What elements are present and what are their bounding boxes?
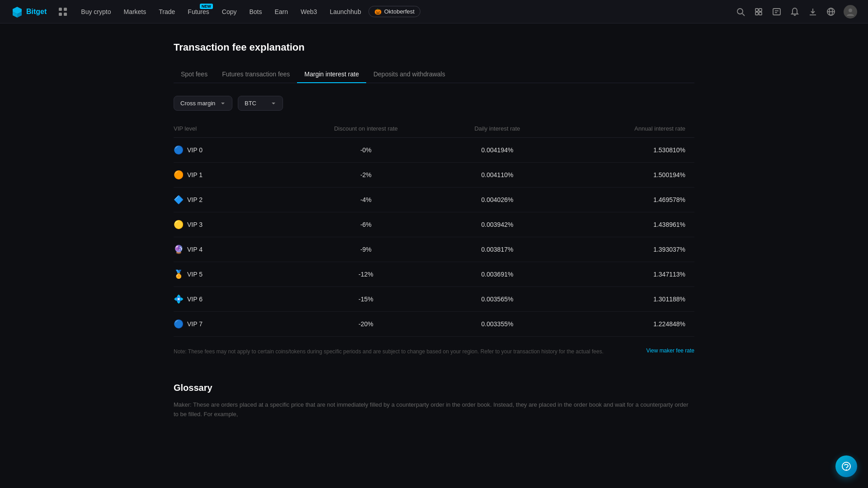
note-text: Note: These fees may not apply to certai… (174, 347, 637, 356)
svg-point-4 (737, 9, 743, 14)
table-row: 🟠 VIP 1 -2% 0.004110% 1.500194% (174, 163, 694, 188)
coin-dropdown[interactable]: BTC (238, 96, 283, 111)
table-row: 🔮 VIP 4 -9% 0.003817% 1.393037% (174, 237, 694, 262)
svg-rect-9 (759, 12, 762, 15)
vip-2-daily: 0.004026% (432, 196, 563, 203)
vip-4-cell: 🔮 VIP 4 (174, 244, 300, 254)
profile-icon[interactable] (753, 6, 764, 17)
vip-7-annual: 1.224848% (563, 320, 694, 328)
vip-5-icon: 🏅 (174, 269, 184, 279)
interest-rate-table: VIP level Discount on interest rate Dail… (174, 122, 694, 337)
note-area: Note: These fees may not apply to certai… (174, 347, 694, 356)
table-row: 🔷 VIP 2 -4% 0.004026% 1.469578% (174, 188, 694, 212)
nav-markets[interactable]: Markets (118, 5, 151, 18)
vip-6-cell: 💠 VIP 6 (174, 294, 300, 304)
col-daily: Daily interest rate (432, 125, 563, 132)
col-vip: VIP level (174, 125, 300, 132)
svg-rect-1 (64, 8, 67, 11)
vip-6-icon: 💠 (174, 294, 184, 304)
orders-icon[interactable] (771, 6, 782, 17)
vip-7-cell: 🔵 VIP 7 (174, 319, 300, 329)
vip-1-discount: -2% (300, 171, 432, 178)
svg-line-5 (742, 14, 745, 16)
view-maker-fee-link[interactable]: View maker fee rate (646, 347, 695, 354)
table-row: 🔵 VIP 0 -0% 0.004194% 1.530810% (174, 138, 694, 163)
vip-1-annual: 1.500194% (563, 171, 694, 178)
vip-0-icon: 🔵 (174, 145, 184, 155)
grid-icon[interactable] (57, 6, 68, 17)
col-annual: Annual interest rate (563, 125, 694, 132)
tab-margin-interest[interactable]: Margin interest rate (297, 66, 366, 83)
glossary-text: Maker: These are orders placed at a spec… (174, 400, 694, 419)
oktoberfest-emoji: 🎃 (374, 8, 382, 15)
svg-point-20 (846, 469, 847, 470)
svg-rect-6 (755, 9, 758, 11)
nav-launchhub[interactable]: Launchhub (324, 5, 366, 18)
col-discount: Discount on interest rate (300, 125, 432, 132)
vip-5-discount: -12% (300, 271, 432, 278)
vip-2-discount: -4% (300, 196, 432, 203)
avatar[interactable] (844, 5, 857, 19)
glossary-section: Glossary Maker: These are orders placed … (174, 383, 694, 419)
tab-spot-fees[interactable]: Spot fees (174, 66, 215, 83)
oktoberfest-btn[interactable]: 🎃 Oktoberfest (368, 6, 420, 17)
nav-futures[interactable]: Futures NEW (182, 5, 214, 18)
tab-deposits[interactable]: Deposits and withdrawals (366, 66, 453, 83)
nav-web3[interactable]: Web3 (295, 5, 322, 18)
vip-0-annual: 1.530810% (563, 146, 694, 154)
search-icon[interactable] (735, 6, 746, 17)
vip-4-discount: -9% (300, 246, 432, 253)
tabs-container: Spot fees Futures transaction fees Margi… (174, 66, 694, 83)
vip-0-daily: 0.004194% (432, 146, 563, 154)
vip-3-icon: 🟡 (174, 220, 184, 230)
nav-earn[interactable]: Earn (269, 5, 294, 18)
svg-rect-10 (773, 9, 780, 15)
nav-bots[interactable]: Bots (244, 5, 267, 18)
table-row: 🏅 VIP 5 -12% 0.003691% 1.347113% (174, 262, 694, 287)
vip-5-annual: 1.347113% (563, 271, 694, 278)
vip-7-icon: 🔵 (174, 319, 184, 329)
new-badge: NEW (200, 4, 213, 9)
bell-icon[interactable] (789, 6, 800, 17)
vip-7-daily: 0.003355% (432, 320, 563, 328)
filters: Cross margin BTC (174, 96, 694, 111)
vip-0-cell: 🔵 VIP 0 (174, 145, 300, 155)
nav-buy-crypto[interactable]: Buy crypto (75, 5, 116, 18)
main-content: Transaction fee explanation Spot fees Fu… (163, 23, 705, 455)
vip-4-icon: 🔮 (174, 244, 184, 254)
table-row: 💠 VIP 6 -15% 0.003565% 1.301188% (174, 287, 694, 312)
vip-3-annual: 1.438961% (563, 221, 694, 228)
nav-right (735, 5, 857, 19)
tab-futures[interactable]: Futures transaction fees (215, 66, 297, 83)
vip-6-daily: 0.003565% (432, 296, 563, 303)
svg-rect-8 (755, 12, 758, 15)
vip-2-annual: 1.469578% (563, 196, 694, 203)
oktoberfest-label: Oktoberfest (384, 8, 415, 15)
svg-rect-3 (64, 13, 67, 16)
logo-text: Bitget (26, 8, 47, 16)
nav-links: Buy crypto Markets Trade Futures NEW Cop… (75, 5, 731, 18)
vip-4-annual: 1.393037% (563, 246, 694, 253)
nav-trade[interactable]: Trade (153, 5, 180, 18)
globe-icon[interactable] (826, 6, 836, 17)
vip-6-annual: 1.301188% (563, 296, 694, 303)
svg-point-18 (849, 9, 852, 12)
vip-6-discount: -15% (300, 296, 432, 303)
nav-copy[interactable]: Copy (217, 5, 242, 18)
svg-rect-7 (759, 9, 762, 11)
vip-5-cell: 🏅 VIP 5 (174, 269, 300, 279)
table-row: 🔵 VIP 7 -20% 0.003355% 1.224848% (174, 312, 694, 337)
svg-rect-0 (59, 8, 62, 11)
vip-2-cell: 🔷 VIP 2 (174, 195, 300, 205)
glossary-title: Glossary (174, 383, 694, 393)
navbar: Bitget Buy crypto Markets Trade Futures … (0, 0, 868, 23)
vip-1-daily: 0.004110% (432, 171, 563, 178)
support-button[interactable] (835, 455, 857, 477)
margin-type-dropdown[interactable]: Cross margin (174, 96, 232, 111)
vip-3-discount: -6% (300, 221, 432, 228)
download-icon[interactable] (807, 6, 818, 17)
logo[interactable]: Bitget (11, 5, 47, 18)
vip-0-discount: -0% (300, 146, 432, 154)
table-header: VIP level Discount on interest rate Dail… (174, 122, 694, 138)
vip-1-cell: 🟠 VIP 1 (174, 170, 300, 180)
